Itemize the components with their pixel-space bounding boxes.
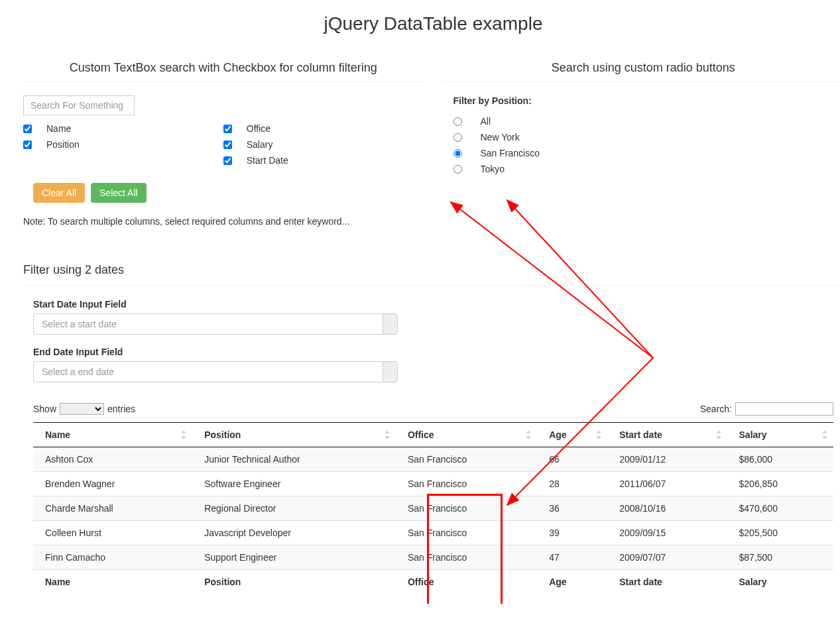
show-label-suffix: entries xyxy=(107,404,135,414)
show-label-prefix: Show xyxy=(33,404,56,414)
search-input[interactable] xyxy=(23,95,135,115)
table-cell: 2009/01/12 xyxy=(607,447,727,472)
divider xyxy=(23,285,840,286)
table-search-input[interactable] xyxy=(735,402,833,416)
table-cell: Software Engineer xyxy=(192,472,396,496)
end-date-input[interactable] xyxy=(33,361,383,382)
checkbox-label: Name xyxy=(46,123,71,134)
column-header-office[interactable]: Office xyxy=(396,423,537,447)
note-text: Note: To search multiple columns, select… xyxy=(23,216,424,227)
start-date-picker-button[interactable] xyxy=(383,313,398,335)
table-cell: Support Engineer xyxy=(192,545,396,570)
table-cell: $470,600 xyxy=(727,496,833,521)
radio-label: San Francisco xyxy=(481,148,540,158)
table-cell: $87,500 xyxy=(727,545,833,570)
table-cell: 28 xyxy=(537,472,607,496)
start-date-label: Start Date Input Field xyxy=(33,299,840,310)
table-cell: Ashton Cox xyxy=(33,447,192,472)
checkbox-label: Office xyxy=(247,123,270,134)
table-cell: Brenden Wagner xyxy=(33,472,192,496)
filter-radio-all[interactable] xyxy=(453,117,462,126)
column-header-start-date[interactable]: Start date xyxy=(607,423,727,447)
clear-all-button[interactable]: Clear All xyxy=(33,183,85,203)
annotation-highlight-box xyxy=(427,494,503,604)
entries-select[interactable] xyxy=(60,403,104,415)
filter-dates-title: Filter using 2 dates xyxy=(23,263,840,277)
column-footer-position: Position xyxy=(192,570,396,594)
column-footer-name: Name xyxy=(33,570,192,594)
left-section-title: Custom TextBox search with Checkbox for … xyxy=(23,61,424,75)
table-cell: 39 xyxy=(537,521,607,545)
column-header-position[interactable]: Position xyxy=(192,423,396,447)
filter-radio-new-york[interactable] xyxy=(453,133,462,142)
table-cell: Colleen Hurst xyxy=(33,521,192,545)
table-cell: Javascript Developer xyxy=(192,521,396,545)
table-cell: 2008/10/16 xyxy=(607,496,727,521)
table-cell: 2009/09/15 xyxy=(607,521,727,545)
sort-icon xyxy=(715,430,722,439)
filter-checkbox-salary[interactable] xyxy=(223,141,232,149)
table-cell: 47 xyxy=(537,545,607,570)
page-title: jQuery DataTable example xyxy=(13,13,840,34)
filter-checkbox-office[interactable] xyxy=(223,125,232,133)
table-cell: 2009/07/07 xyxy=(607,545,727,570)
table-cell: 66 xyxy=(537,447,607,472)
sort-icon xyxy=(595,430,602,439)
filter-by-position-label: Filter by Position: xyxy=(453,95,841,106)
table-cell: $206,850 xyxy=(727,472,833,496)
checkbox-label: Start Date xyxy=(247,155,288,166)
column-footer-start-date: Start date xyxy=(607,570,727,594)
filter-radio-tokyo[interactable] xyxy=(453,165,462,174)
checkbox-label: Salary xyxy=(247,139,273,150)
filter-checkbox-name[interactable] xyxy=(23,125,32,133)
column-header-age[interactable]: Age xyxy=(537,423,607,447)
column-header-name[interactable]: Name xyxy=(33,423,192,447)
radio-label: Tokyo xyxy=(481,164,505,174)
start-date-input[interactable] xyxy=(33,313,383,335)
table-cell: $86,000 xyxy=(727,447,833,472)
filter-checkbox-start-date[interactable] xyxy=(223,156,232,165)
sort-icon xyxy=(525,430,532,439)
divider xyxy=(444,82,841,82)
table-cell: $205,500 xyxy=(727,521,833,545)
checkbox-label: Position xyxy=(46,139,80,150)
radio-label: New York xyxy=(481,132,520,142)
table-cell: Finn Camacho xyxy=(33,545,192,570)
divider xyxy=(23,82,424,82)
table-cell: Regional Director xyxy=(192,496,396,521)
table-row: Brenden WagnerSoftware EngineerSan Franc… xyxy=(33,472,833,496)
table-cell: 36 xyxy=(537,496,607,521)
select-all-button[interactable]: Select All xyxy=(91,183,147,203)
table-cell: San Francisco xyxy=(396,472,537,496)
column-footer-age: Age xyxy=(537,570,607,594)
sort-icon xyxy=(384,430,390,439)
table-cell: 2011/06/07 xyxy=(607,472,727,496)
filter-radio-san-francisco[interactable] xyxy=(453,149,462,158)
right-section-title: Search using custom radio buttons xyxy=(444,61,841,75)
end-date-label: End Date Input Field xyxy=(33,347,840,357)
table-cell: Charde Marshall xyxy=(33,496,192,521)
radio-label: All xyxy=(481,116,491,127)
table-cell: Junior Technical Author xyxy=(192,447,396,472)
column-header-salary[interactable]: Salary xyxy=(727,423,833,447)
table-row: Ashton CoxJunior Technical AuthorSan Fra… xyxy=(33,447,833,472)
filter-checkbox-position[interactable] xyxy=(23,141,32,149)
column-footer-salary: Salary xyxy=(727,570,833,594)
table-search-label: Search: xyxy=(700,404,732,414)
end-date-picker-button[interactable] xyxy=(383,361,398,382)
sort-icon xyxy=(180,430,187,439)
table-cell: San Francisco xyxy=(396,447,537,472)
sort-icon xyxy=(821,430,828,439)
